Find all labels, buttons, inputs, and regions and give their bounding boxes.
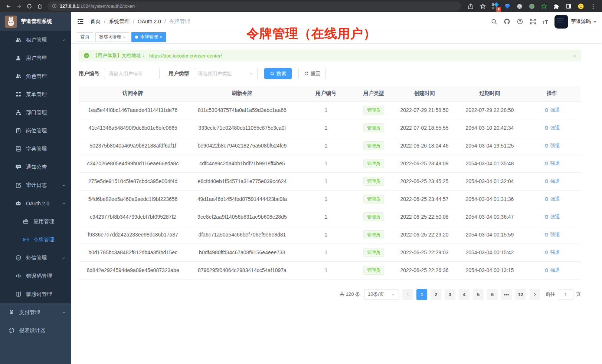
tag-close-icon[interactable]: × [160, 35, 162, 39]
sidebar-item-department-management[interactable]: 部门管理 [0, 103, 71, 122]
user-id-label: 用户编号 [79, 70, 99, 77]
table-row: 54d6be82ee5a460a9aedc1f9bf22365649d1aa46… [79, 190, 581, 208]
actions-cell: 强退 [523, 261, 581, 279]
reset-button[interactable]: 重置 [298, 68, 326, 79]
next-page-button[interactable] [529, 289, 540, 300]
expire-time-cell: 2054-03-04 00:15:42 [456, 244, 523, 261]
refresh-token-cell: 8796295f04064c2983414cc54af1097a [187, 261, 297, 279]
breadcrumb-item[interactable]: 首页 [90, 18, 101, 25]
sidebar-item-menu-management[interactable]: 菜单管理 [0, 85, 71, 103]
page-button-2[interactable]: 2 [431, 289, 441, 300]
help-question-icon[interactable] [517, 18, 523, 25]
page-button-6[interactable]: 6 [487, 289, 498, 300]
force-logout-button[interactable]: 强退 [544, 196, 560, 202]
sidebar-item-notice-announcement[interactable]: 通知公告 [0, 158, 71, 176]
page-button-12[interactable]: 12 [515, 289, 526, 300]
sidebar-item-sensitive-word-management[interactable]: 敏感词管理 [0, 285, 71, 303]
search-button[interactable]: 搜索 [264, 68, 292, 79]
browser-back-icon[interactable] [4, 1, 13, 11]
user-type-badge: 管理员 [363, 195, 384, 203]
gem-extension-icon[interactable] [504, 3, 511, 10]
sidebar-item-label: 角色管理 [26, 73, 66, 80]
sidebar-item-label: 应用管理 [33, 218, 66, 225]
sidebar-item-user-management[interactable]: 用户管理 [0, 49, 71, 67]
share-icon[interactable] [467, 3, 474, 10]
extensions-puzzle-icon[interactable] [553, 3, 560, 10]
github-icon[interactable] [504, 18, 510, 25]
page-button-3[interactable]: 3 [445, 289, 455, 300]
page-button-1[interactable]: 1 [416, 289, 427, 300]
force-logout-button[interactable]: 强退 [544, 214, 560, 220]
goto-page-input[interactable] [558, 289, 573, 300]
trash-icon [544, 179, 549, 183]
alert-close-icon[interactable]: × [573, 53, 576, 59]
password-manager-extension-icon[interactable]: 9 [491, 3, 499, 10]
sidebar-item-post-management[interactable]: 岗位管理 [0, 122, 71, 140]
force-logout-button[interactable]: 强退 [544, 267, 560, 274]
sidebar-item-report-designer[interactable]: 报表设计器 [0, 321, 71, 340]
total-count: 共 120 条 [340, 291, 360, 298]
breadcrumb-item[interactable]: OAuth 2.0 [138, 19, 161, 24]
force-logout-button[interactable]: 强退 [544, 231, 560, 238]
browser-home-icon[interactable] [35, 1, 45, 11]
sidebar-item-payment-management[interactable]: ¥支付管理 [0, 303, 71, 321]
tag-label: 首页 [81, 34, 89, 40]
sidebar-item-label: 用户管理 [26, 55, 66, 62]
browser-reload-icon[interactable] [24, 1, 34, 11]
user-menu[interactable]: 芋道源码 [554, 15, 596, 29]
expire-time-cell: 2054-03-04 00:13:15 [456, 261, 523, 279]
menu-tree-icon [15, 91, 22, 98]
trash-icon [544, 107, 549, 112]
sidebar-item-dict-management[interactable]: 字典管理 [0, 140, 71, 158]
sidebar-item-error-code-management[interactable]: 错误码管理 [0, 267, 71, 285]
force-logout-button[interactable]: 强退 [544, 107, 560, 113]
app-logo[interactable]: 芋道管理系统 [0, 12, 71, 31]
green-dot-extension-icon[interactable] [528, 3, 536, 10]
sidebar-item-audit-log[interactable]: 审计日志 [0, 176, 71, 194]
page-more-button[interactable]: ••• [501, 289, 512, 300]
force-logout-button[interactable]: 强退 [544, 160, 560, 167]
user-id-cell: 1 [297, 226, 355, 244]
browser-forward-icon[interactable] [14, 1, 24, 11]
header-search-icon[interactable] [491, 18, 497, 25]
tag-item[interactable]: 敏感词管理× [95, 32, 129, 42]
breadcrumb-item[interactable]: 系统管理 [109, 18, 130, 25]
green-star-extension-icon[interactable] [540, 3, 548, 10]
font-size-icon[interactable]: TT [543, 19, 548, 25]
sidebar-collapse-icon[interactable] [77, 18, 84, 25]
tag-active[interactable]: 令牌管理× [131, 32, 166, 42]
column-header: 过期时间 [456, 86, 523, 101]
force-logout-button[interactable]: 强退 [544, 178, 560, 185]
user-type-badge: 管理员 [363, 106, 384, 115]
browser-menu-kebab-icon[interactable] [589, 3, 597, 10]
created-time-cell: 2022-07-02 18:55:55 [393, 119, 457, 137]
sidebar-item-oauth2[interactable]: OAuth 2.0 [0, 194, 71, 212]
user-type-cell: 管理员 [355, 226, 392, 244]
sidebar-item-sms-management[interactable]: 短信管理 [0, 249, 71, 267]
sidebar-item-role-management[interactable]: 角色管理 [0, 67, 71, 85]
fullscreen-icon[interactable] [530, 18, 536, 25]
access-token-cell: 502375b8040a469a9b82188afdf6af1f [79, 137, 187, 155]
prev-page-button[interactable] [402, 289, 413, 300]
user-id-input[interactable] [104, 68, 160, 79]
page-button-4[interactable]: 4 [459, 289, 470, 300]
site-info-icon[interactable] [52, 4, 57, 9]
user-type-select[interactable]: 请选择用户类型 [194, 68, 258, 79]
profile-avatar-icon[interactable] [577, 3, 585, 10]
doc-link[interactable]: https://doc.iocoder.cn/user-center/ [149, 53, 222, 59]
force-logout-button[interactable]: 强退 [544, 249, 560, 256]
sidebar-item-application-management[interactable]: 应用管理 [0, 212, 71, 231]
tag-close-icon[interactable]: × [123, 35, 125, 39]
force-logout-button[interactable]: 强退 [544, 142, 560, 149]
page-size-select[interactable]: 10条/页 [364, 289, 399, 300]
bookmark-star-icon[interactable] [479, 3, 487, 10]
sidebar-item-tenant-management[interactable]: 租户管理 [0, 31, 71, 49]
address-bar[interactable]: 127.0.0.1:1024/system/oauth2/token [48, 1, 461, 11]
gray-circle-extension-icon[interactable] [516, 3, 523, 10]
actions-cell: 强退 [523, 226, 581, 244]
sidebar-item-token-management[interactable]: 令牌管理 [0, 231, 71, 249]
side-panel-icon[interactable] [565, 3, 572, 10]
force-logout-button[interactable]: 强退 [544, 125, 560, 131]
page-button-5[interactable]: 5 [473, 289, 484, 300]
tag-item[interactable]: 首页 [77, 32, 93, 42]
